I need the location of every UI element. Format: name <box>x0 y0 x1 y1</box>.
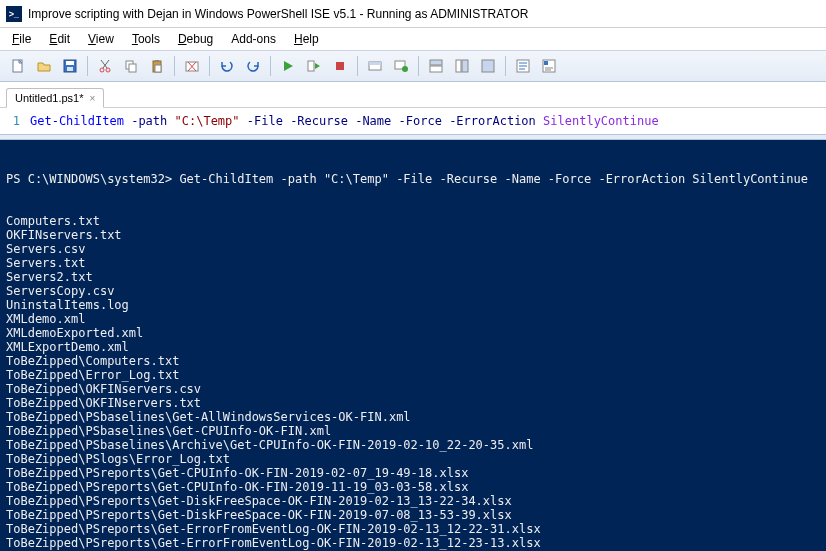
svg-point-4 <box>100 68 104 72</box>
code-line[interactable]: Get-ChildItem -path "C:\Temp" -File -Rec… <box>30 114 659 128</box>
toolbar-separator <box>357 56 358 76</box>
svg-rect-21 <box>462 60 468 72</box>
menu-help[interactable]: Help <box>286 30 327 48</box>
new-button[interactable] <box>6 54 30 78</box>
svg-rect-15 <box>369 62 381 65</box>
tab-label: Untitled1.ps1* <box>15 92 84 104</box>
toolbar-separator <box>174 56 175 76</box>
menu-view[interactable]: View <box>80 30 122 48</box>
toolbar-separator <box>418 56 419 76</box>
show-script-pane-top-button[interactable] <box>424 54 448 78</box>
toolbar-separator <box>209 56 210 76</box>
show-command-button[interactable] <box>511 54 535 78</box>
svg-rect-25 <box>544 61 548 65</box>
svg-rect-20 <box>456 60 461 72</box>
svg-rect-13 <box>336 62 344 70</box>
menu-debug[interactable]: Debug <box>170 30 221 48</box>
start-remote-button[interactable] <box>389 54 413 78</box>
svg-rect-19 <box>430 66 442 72</box>
copy-button[interactable] <box>119 54 143 78</box>
close-tab-icon[interactable]: × <box>90 93 96 104</box>
run-button[interactable] <box>276 54 300 78</box>
svg-rect-2 <box>66 61 74 65</box>
powershell-app-icon: >_ <box>6 6 22 22</box>
svg-rect-7 <box>129 64 136 72</box>
menu-bar: File Edit View Tools Debug Add-ons Help <box>0 28 826 50</box>
show-script-pane-right-button[interactable] <box>450 54 474 78</box>
console-pane[interactable]: PS C:\WINDOWS\system32> Get-ChildItem -p… <box>0 140 826 551</box>
save-button[interactable] <box>58 54 82 78</box>
menu-tools[interactable]: Tools <box>124 30 168 48</box>
console-prompt-line: PS C:\WINDOWS\system32> Get-ChildItem -p… <box>6 172 820 186</box>
line-number: 1 <box>0 114 30 128</box>
svg-rect-10 <box>155 65 161 72</box>
svg-rect-3 <box>67 67 73 71</box>
show-script-pane-max-button[interactable] <box>476 54 500 78</box>
svg-rect-22 <box>482 60 494 72</box>
redo-button[interactable] <box>241 54 265 78</box>
menu-addons[interactable]: Add-ons <box>223 30 284 48</box>
stop-button[interactable] <box>328 54 352 78</box>
script-editor[interactable]: 1 Get-ChildItem -path "C:\Temp" -File -R… <box>0 108 826 134</box>
run-selection-button[interactable] <box>302 54 326 78</box>
menu-edit[interactable]: Edit <box>41 30 78 48</box>
open-button[interactable] <box>32 54 56 78</box>
cut-button[interactable] <box>93 54 117 78</box>
svg-point-17 <box>402 66 408 72</box>
new-remote-tab-button[interactable] <box>363 54 387 78</box>
toolbar <box>0 50 826 82</box>
svg-rect-9 <box>155 60 159 62</box>
undo-button[interactable] <box>215 54 239 78</box>
paste-button[interactable] <box>145 54 169 78</box>
toolbar-separator <box>270 56 271 76</box>
window-title: Improve scripting with Dejan in Windows … <box>28 7 528 21</box>
title-bar: >_ Improve scripting with Dejan in Windo… <box>0 0 826 28</box>
svg-point-5 <box>106 68 110 72</box>
toolbar-separator <box>505 56 506 76</box>
editor-tab-row: Untitled1.ps1* × <box>0 82 826 108</box>
toolbar-separator <box>87 56 88 76</box>
svg-rect-12 <box>308 61 314 71</box>
menu-file[interactable]: File <box>4 30 39 48</box>
clear-button[interactable] <box>180 54 204 78</box>
svg-rect-18 <box>430 60 442 65</box>
show-command-addon-button[interactable] <box>537 54 561 78</box>
editor-tab[interactable]: Untitled1.ps1* × <box>6 88 104 108</box>
console-output: Computers.txt OKFINservers.txt Servers.c… <box>6 214 820 551</box>
